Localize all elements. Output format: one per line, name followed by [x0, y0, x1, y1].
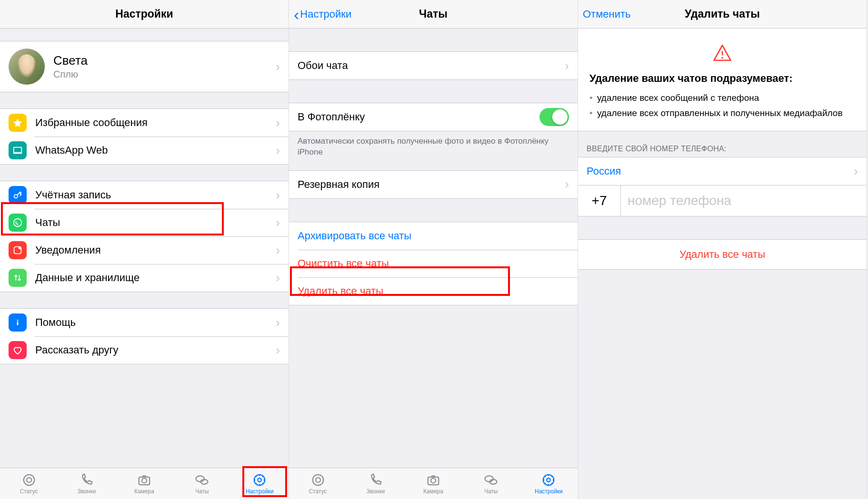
svg-point-10	[142, 478, 147, 483]
avatar	[9, 49, 45, 85]
content-area: Удаление ваших чатов подразумевает: удал…	[578, 29, 867, 499]
row-backup[interactable]: Резервная копия ›	[289, 171, 578, 198]
warning-section: Удаление ваших чатов подразумевает: удал…	[578, 29, 867, 131]
nav-bar: ‹ Настройки Чаты	[289, 0, 578, 29]
nav-title: Чаты	[419, 8, 448, 20]
chevron-right-icon: ›	[276, 271, 280, 285]
settings-group-1: Избранные сообщения › WhatsApp Web ›	[0, 108, 289, 165]
nav-bar: Отменить Удалить чаты	[578, 0, 867, 29]
updown-icon	[9, 269, 27, 287]
svg-point-13	[258, 478, 262, 482]
camera-roll-note: Автоматически сохранять полученные фото …	[289, 131, 578, 158]
tab-status[interactable]: Статус	[0, 468, 58, 499]
star-icon	[9, 114, 27, 132]
svg-rect-6	[17, 322, 19, 325]
svg-point-18	[431, 478, 436, 483]
chevron-right-icon: ›	[276, 188, 280, 203]
svg-point-19	[485, 476, 494, 482]
row-account[interactable]: Учётная запись ›	[0, 181, 289, 209]
chevron-right-icon: ›	[276, 343, 280, 358]
row-starred[interactable]: Избранные сообщения ›	[0, 109, 289, 137]
toggle-camera-roll[interactable]	[539, 108, 569, 126]
nav-bar: Настройки	[0, 0, 289, 29]
chevron-right-icon: ›	[565, 177, 569, 192]
row-clear-all[interactable]: Очистить все чаты	[289, 250, 578, 277]
chevron-right-icon: ›	[276, 143, 280, 158]
chevron-right-icon: ›	[276, 315, 280, 330]
profile-row[interactable]: Света Сплю ›	[0, 41, 289, 92]
row-archive-all[interactable]: Архивировать все чаты	[289, 222, 578, 250]
row-whatsapp-web[interactable]: WhatsApp Web ›	[0, 137, 289, 164]
tab-bar: Статус Звонки Камера Чаты Настройки	[0, 468, 289, 499]
svg-rect-0	[14, 147, 22, 153]
svg-point-11	[196, 476, 205, 482]
screen-settings: Настройки Света Сплю › Избранные сообщен…	[0, 0, 289, 499]
svg-point-16	[316, 478, 320, 482]
warning-list: удаление всех сообщений с телефона удале…	[589, 91, 855, 119]
chevron-right-icon: ›	[276, 116, 280, 130]
tab-status[interactable]: Статус	[289, 468, 347, 499]
phone-input[interactable]: номер телефона	[621, 186, 867, 216]
content-area: Обои чата › В Фотоплёнку Автоматически с…	[289, 29, 578, 468]
row-tell-friend[interactable]: Рассказать другу ›	[0, 336, 289, 364]
settings-group-2: Учётная запись › Чаты › Уведомления ›	[0, 181, 289, 292]
svg-point-15	[312, 474, 323, 485]
dial-code: +7	[578, 186, 621, 216]
chevron-right-icon: ›	[276, 59, 280, 74]
svg-point-5	[17, 320, 19, 321]
svg-point-8	[27, 478, 31, 482]
warning-title: Удаление ваших чатов подразумевает:	[589, 72, 855, 85]
svg-point-1	[14, 195, 18, 198]
key-icon	[9, 186, 27, 204]
tab-chats[interactable]: Чаты	[173, 468, 231, 499]
tab-camera[interactable]: Камера	[404, 468, 462, 499]
phone-section-header: ВВЕДИТЕ СВОЙ НОМЕР ТЕЛЕФОНА:	[578, 145, 867, 157]
svg-point-7	[23, 474, 34, 485]
tab-calls[interactable]: Звонки	[58, 468, 115, 499]
profile-name: Света	[53, 53, 276, 68]
svg-point-24	[721, 57, 723, 59]
tab-calls[interactable]: Звонки	[347, 468, 404, 499]
screen-chats-settings: ‹ Настройки Чаты Обои чата › В Фотоплёнк…	[289, 0, 578, 499]
warning-icon	[712, 43, 732, 63]
back-button[interactable]: ‹ Настройки	[294, 0, 351, 28]
laptop-icon	[9, 141, 27, 159]
row-camera-roll[interactable]: В Фотоплёнку	[289, 103, 578, 131]
chevron-left-icon: ‹	[294, 6, 299, 22]
content-area: Света Сплю › Избранные сообщения › Whats…	[0, 29, 289, 468]
row-delete-all[interactable]: Удалить все чаты	[289, 277, 578, 305]
whatsapp-icon	[9, 214, 27, 232]
info-icon	[9, 313, 27, 332]
chevron-right-icon: ›	[854, 164, 858, 179]
profile-status: Сплю	[53, 69, 276, 80]
tab-settings[interactable]: Настройки	[520, 468, 578, 499]
chevron-right-icon: ›	[276, 215, 280, 230]
delete-all-button[interactable]: Удалить все чаты	[578, 239, 867, 270]
row-help[interactable]: Помощь ›	[0, 309, 289, 336]
row-data-storage[interactable]: Данные и хранилище ›	[0, 264, 289, 292]
nav-title: Настройки	[115, 8, 173, 20]
svg-point-2	[14, 219, 22, 227]
screen-delete-chats: Отменить Удалить чаты Удаление ваших чат…	[578, 0, 867, 499]
tab-chats[interactable]: Чаты	[462, 468, 520, 499]
svg-point-21	[547, 478, 551, 482]
row-country[interactable]: Россия ›	[578, 157, 867, 185]
chevron-right-icon: ›	[276, 243, 280, 258]
row-wallpaper[interactable]: Обои чата ›	[289, 52, 578, 79]
tab-settings[interactable]: Настройки	[231, 468, 289, 499]
tab-camera[interactable]: Камера	[115, 468, 173, 499]
row-chats[interactable]: Чаты ›	[0, 209, 289, 236]
chevron-right-icon: ›	[565, 59, 569, 73]
bell-icon	[9, 241, 27, 259]
row-notifications[interactable]: Уведомления ›	[0, 236, 289, 264]
settings-group-3: Помощь › Рассказать другу ›	[0, 308, 289, 364]
nav-title: Удалить чаты	[685, 8, 760, 20]
tab-bar: Статус Звонки Камера Чаты Настройки	[289, 468, 578, 499]
heart-icon	[9, 341, 27, 359]
svg-point-4	[19, 247, 21, 250]
cancel-button[interactable]: Отменить	[583, 0, 631, 28]
